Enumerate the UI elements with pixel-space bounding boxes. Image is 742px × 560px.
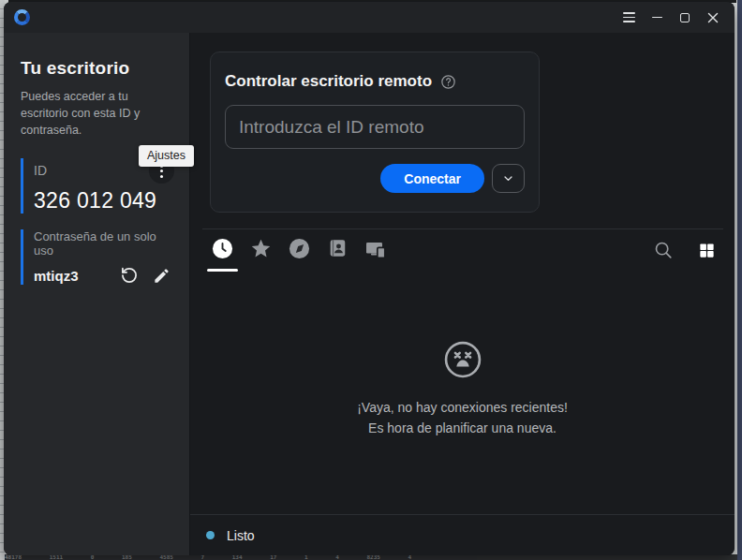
settings-tooltip: Ajustes bbox=[139, 145, 194, 167]
tab-contacts[interactable] bbox=[326, 238, 349, 271]
password-value: mtiqz3 bbox=[34, 268, 79, 284]
window-controls bbox=[615, 5, 727, 31]
tab-recent[interactable] bbox=[211, 238, 233, 272]
address-book-icon bbox=[327, 238, 348, 262]
minimize-icon[interactable] bbox=[643, 5, 671, 31]
edit-pencil-icon[interactable] bbox=[153, 267, 171, 285]
remote-id-input[interactable] bbox=[225, 105, 525, 149]
tab-favorites[interactable] bbox=[249, 238, 272, 272]
empty-state-line2: Es hora de planificar una nueva. bbox=[357, 418, 568, 438]
connect-card: Controlar escritorio remoto Conectar bbox=[210, 52, 540, 213]
id-section: ID 326 012 049 bbox=[21, 158, 174, 214]
star-icon bbox=[250, 238, 272, 263]
close-icon[interactable] bbox=[699, 5, 727, 31]
main-panel: Controlar escritorio remoto Conectar bbox=[190, 33, 735, 555]
tab-explore[interactable] bbox=[288, 238, 310, 272]
dizzy-face-icon bbox=[443, 340, 482, 383]
search-icon[interactable] bbox=[653, 240, 674, 260]
chevron-down-icon[interactable] bbox=[492, 164, 525, 193]
app-window: Tu escritorio Puedes acceder a tu escrit… bbox=[4, 2, 735, 555]
status-label: Listo bbox=[227, 528, 255, 543]
connect-card-title: Controlar escritorio remoto bbox=[225, 72, 432, 91]
tabs-row bbox=[190, 229, 735, 270]
devices-icon bbox=[364, 238, 387, 264]
empty-state: ¡Vaya, no hay conexiones recientes! Es h… bbox=[190, 270, 735, 514]
empty-state-text: ¡Vaya, no hay conexiones recientes! Es h… bbox=[357, 397, 568, 439]
password-label: Contraseña de un solo uso bbox=[34, 229, 174, 258]
desktop-id-value: 326 012 049 bbox=[34, 188, 174, 214]
sidebar-title: Tu escritorio bbox=[21, 58, 174, 79]
connect-button[interactable]: Conectar bbox=[380, 164, 484, 193]
status-bar: Listo bbox=[190, 514, 735, 555]
help-circle-icon[interactable] bbox=[440, 74, 456, 90]
status-dot-icon bbox=[206, 531, 215, 539]
refresh-icon[interactable] bbox=[120, 266, 139, 285]
titlebar bbox=[4, 2, 735, 33]
app-logo-ring-icon bbox=[14, 9, 30, 25]
compass-icon bbox=[289, 238, 310, 263]
desktop-right-strip bbox=[737, 0, 742, 560]
grid-view-icon[interactable] bbox=[698, 242, 716, 259]
tab-devices[interactable] bbox=[364, 238, 387, 273]
clock-icon bbox=[212, 238, 233, 263]
menu-icon[interactable] bbox=[615, 5, 643, 31]
password-section: Contraseña de un solo uso mtiqz3 bbox=[21, 229, 174, 285]
sidebar-description: Puedes acceder a tu escritorio con esta … bbox=[21, 89, 174, 139]
sidebar: Tu escritorio Puedes acceder a tu escrit… bbox=[4, 33, 190, 555]
app-body: Tu escritorio Puedes acceder a tu escrit… bbox=[4, 33, 735, 555]
maximize-icon[interactable] bbox=[671, 5, 699, 31]
empty-state-line1: ¡Vaya, no hay conexiones recientes! bbox=[357, 397, 568, 418]
id-label: ID bbox=[34, 158, 47, 178]
list-toolbar-icons bbox=[653, 238, 716, 260]
